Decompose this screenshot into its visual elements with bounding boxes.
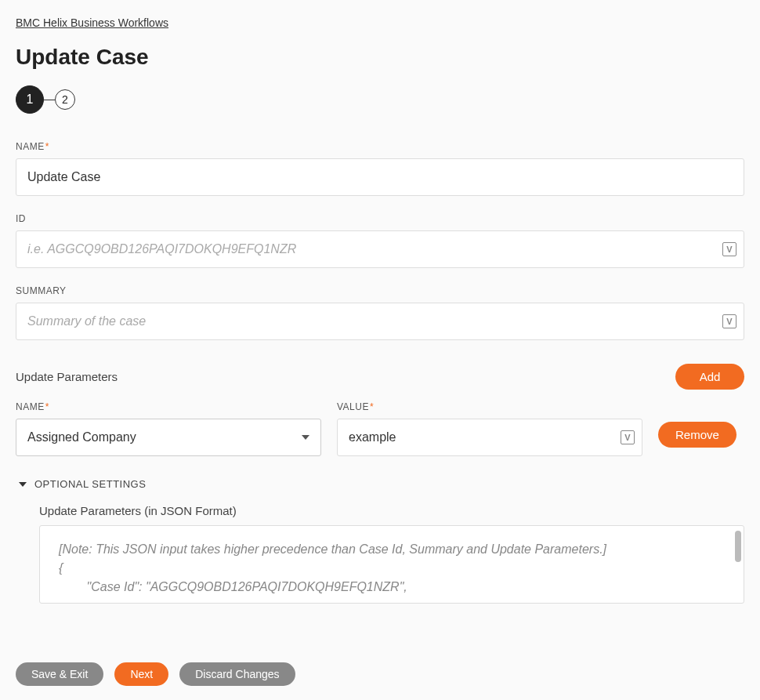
required-star-icon: *	[45, 401, 49, 412]
name-input[interactable]	[16, 158, 744, 196]
param-name-selected: Assigned Company	[27, 430, 136, 444]
update-parameters-label: Update Parameters	[16, 370, 118, 383]
param-name-label-text: NAME	[16, 401, 45, 412]
page-title: Update Case	[16, 45, 744, 70]
param-name-select[interactable]: Assigned Company	[16, 419, 321, 456]
required-star-icon: *	[370, 401, 374, 412]
variable-picker-icon[interactable]: V	[621, 430, 635, 444]
param-value-label: VALUE*	[337, 401, 642, 412]
optional-settings-label: OPTIONAL SETTINGS	[34, 478, 146, 490]
parameter-row: NAME* Assigned Company VALUE* V Remove	[16, 401, 744, 456]
wizard-step-2[interactable]: 2	[55, 89, 75, 110]
json-params-label: Update Parameters (in JSON Format)	[39, 504, 744, 517]
param-value-input[interactable]	[337, 419, 642, 456]
wizard-step-1[interactable]: 1	[16, 85, 44, 114]
scrollbar-thumb[interactable]	[735, 531, 741, 562]
chevron-down-icon	[19, 482, 27, 487]
optional-settings-toggle[interactable]: OPTIONAL SETTINGS	[16, 478, 744, 490]
required-star-icon: *	[45, 141, 49, 152]
breadcrumb-link[interactable]: BMC Helix Business Workflows	[16, 16, 168, 29]
summary-input[interactable]	[16, 303, 744, 340]
id-label: ID	[16, 213, 744, 224]
variable-picker-icon[interactable]: V	[722, 242, 736, 256]
name-label: NAME*	[16, 141, 744, 152]
add-button[interactable]: Add	[675, 364, 744, 390]
footer-bar: Save & Exit Next Discard Changes	[0, 648, 760, 700]
chevron-down-icon	[302, 435, 309, 440]
remove-button[interactable]: Remove	[658, 422, 736, 448]
name-label-text: NAME	[16, 141, 45, 152]
wizard-connector	[44, 100, 55, 100]
param-name-label: NAME*	[16, 401, 321, 412]
id-input[interactable]	[16, 230, 744, 268]
save-exit-button[interactable]: Save & Exit	[16, 662, 103, 686]
variable-picker-icon[interactable]: V	[722, 314, 736, 328]
param-value-label-text: VALUE	[337, 401, 369, 412]
wizard-steps: 1 2	[16, 85, 744, 114]
next-button[interactable]: Next	[114, 662, 168, 686]
summary-label: SUMMARY	[16, 285, 744, 296]
json-params-textarea[interactable]	[40, 526, 744, 603]
discard-changes-button[interactable]: Discard Changes	[179, 662, 295, 686]
